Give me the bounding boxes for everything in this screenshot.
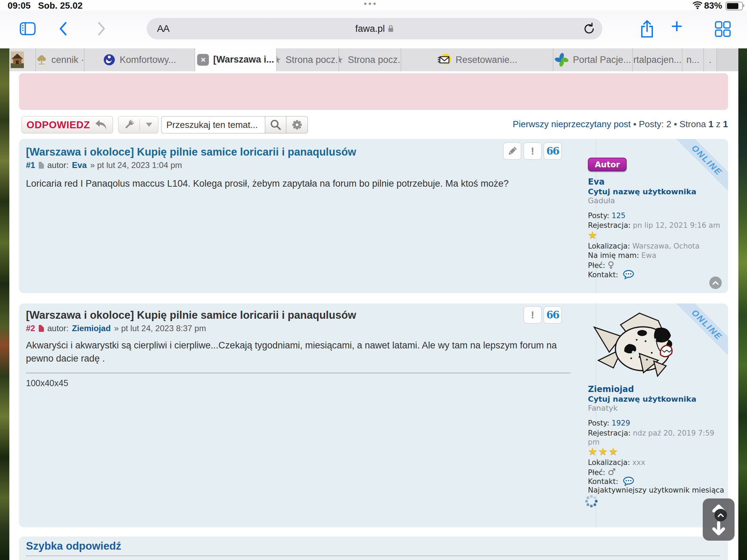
quote-post-button[interactable]: 66	[544, 306, 562, 324]
quote-post-button[interactable]: 66	[544, 142, 562, 160]
tab-komfortowy[interactable]: Komfortowy...	[84, 48, 195, 71]
edit-post-button[interactable]	[503, 142, 521, 160]
quick-reply-panel	[19, 536, 728, 560]
post-body: Akwaryści i akwarystki są cierpliwi i ci…	[26, 339, 572, 365]
first-unread-link[interactable]: Pierwszy nieprzeczytany post	[513, 119, 631, 129]
contact-row: Kontakt:	[588, 270, 727, 281]
tab-warszawa-active[interactable]: × [Warszawa i...	[195, 48, 277, 71]
rank-stars: ★★★	[588, 445, 619, 457]
posts-count-link[interactable]: 125	[612, 212, 626, 220]
topic-pagination: Pierwszy nieprzeczytany post • Posty: 2 …	[513, 119, 728, 130]
report-post-button[interactable]: !	[524, 306, 542, 324]
report-icon: !	[531, 309, 534, 321]
tab-rtalpacjen[interactable]: rtalpacjen...	[633, 48, 682, 71]
komfortowy-logo-icon	[103, 54, 116, 66]
author-badge: Autor	[588, 158, 627, 171]
chevron-down-icon[interactable]	[140, 123, 158, 127]
post-meta: #2 autor: Ziemiojad » pt lut 24, 2023 8:…	[26, 324, 206, 333]
post-date: » pt lut 24, 2023 1:04 pm	[90, 160, 182, 170]
post-title[interactable]: [Warszawa i okoloce] Kupię pilnie samice…	[26, 309, 356, 321]
post-title-link[interactable]: [Warszawa i okoloce] Kupię pilnie samice…	[26, 146, 356, 158]
post-body: Loricaria red I Panaqolus maccus L104. K…	[26, 177, 572, 190]
share-icon[interactable]	[639, 19, 655, 40]
chevron-up-icon	[718, 513, 724, 517]
post-meta: #1 autor: Eva » pt lut 24, 2023 1:04 pm	[26, 160, 182, 170]
award-row: Najaktywniejszy użytkownik miesiąca	[588, 486, 727, 494]
search-button[interactable]	[265, 116, 286, 133]
registered-row: Rejestracja: pn lip 12, 2021 9:16 am	[588, 221, 727, 230]
author-link[interactable]: Eva	[72, 160, 87, 170]
scroll-widget[interactable]	[703, 498, 735, 541]
tab-resetowanie[interactable]: Resetowanie...	[401, 48, 553, 71]
tab-strona-2[interactable]: ★ Strona pocz...	[339, 48, 401, 71]
wallpaper-right	[738, 48, 747, 560]
location-row: Lokalizacja: Warszawa, Ochota	[588, 242, 727, 250]
post-number[interactable]: #1	[26, 160, 35, 170]
status-bar: 09:05 Sob. 25.02 ••• 83%	[0, 0, 747, 10]
search-input[interactable]	[161, 116, 265, 133]
tab-sliver[interactable]: .	[704, 48, 717, 71]
quote-icon: 66	[546, 309, 559, 321]
lock-icon	[388, 25, 394, 33]
user-rank: Fanatyk	[588, 404, 618, 412]
battery-icon	[726, 2, 743, 10]
advanced-search-button[interactable]	[286, 116, 308, 133]
cabin-favicon-icon	[11, 52, 24, 68]
contact-pm-icon[interactable]	[622, 270, 635, 281]
reply-button[interactable]: ODPOWIEDZ	[21, 116, 113, 133]
close-icon[interactable]: ×	[197, 54, 209, 66]
quote-username-link[interactable]: Cytuj nazwę użytkownika	[588, 187, 697, 196]
report-icon: !	[531, 145, 534, 157]
gear-icon	[291, 119, 303, 130]
new-tab-icon[interactable]: +	[671, 16, 683, 36]
posts-count-link[interactable]: 1929	[612, 419, 630, 427]
award-spinner-icon	[591, 501, 593, 503]
fish-avatar-image	[588, 308, 681, 380]
reload-icon[interactable]	[583, 22, 596, 37]
sidebar-icon[interactable]	[19, 21, 36, 37]
report-post-button[interactable]: !	[524, 142, 542, 160]
back-button-icon[interactable]	[59, 22, 67, 37]
browser-toolbar: AA fawa.pl +	[0, 10, 747, 48]
wallpaper-left	[0, 48, 9, 560]
tab-cennik[interactable]: cennik ·	[36, 48, 84, 71]
profile-username-link[interactable]: Eva	[588, 177, 605, 187]
male-symbol: ♂	[608, 467, 616, 477]
quick-reply-title: Szybka odpowiedź	[26, 540, 121, 552]
quote-username-link[interactable]: Cytuj nazwę użytkownika	[588, 395, 697, 403]
status-date: Sob. 25.02	[38, 0, 83, 11]
profile-username-link[interactable]: Ziemiojad	[588, 384, 634, 394]
tab-strona-1[interactable]: ★ Strona pocz...	[277, 48, 339, 71]
registered-row: Rejestracja: ndz paź 20, 2019 7:59 pm	[588, 429, 727, 447]
clock: 09:05	[8, 0, 31, 11]
gender-row: Płeć: ♂	[588, 467, 727, 477]
multitasking-dots-icon[interactable]: •••	[364, 0, 378, 9]
page-top-button[interactable]	[714, 509, 727, 521]
address-bar[interactable]: AA fawa.pl	[147, 18, 602, 39]
search-icon	[270, 119, 282, 131]
text-size-button[interactable]: AA	[157, 23, 169, 34]
tree-favicon-icon	[36, 54, 47, 66]
wifi-icon	[692, 1, 703, 11]
posts-count-row: Posty: 1929	[588, 419, 727, 427]
tab-portal-pacjenta[interactable]: Portal Pacje...	[553, 48, 633, 71]
topic-tools-button[interactable]	[118, 116, 158, 133]
screen: 09:05 Sob. 25.02 ••• 83%	[0, 0, 747, 560]
post-number[interactable]: #2	[26, 324, 35, 333]
battery-percent: 83%	[704, 0, 722, 11]
post-page-icon	[39, 325, 44, 332]
reply-arrow-icon	[94, 119, 108, 131]
user-rank: Gaduła	[588, 196, 615, 205]
forward-button-icon[interactable]	[98, 22, 106, 37]
post-date: » pt lut 24, 2023 8:37 pm	[114, 324, 206, 333]
tab-overview-icon[interactable]	[714, 21, 731, 39]
post-page-icon	[39, 162, 44, 169]
author-link[interactable]: Ziemiojad	[72, 324, 111, 333]
quote-icon: 66	[546, 145, 559, 157]
realname-row: Na imię mam: Ewa	[588, 251, 727, 260]
gender-row: Płeć: ♀	[588, 260, 727, 270]
tab-n[interactable]: n...	[682, 48, 704, 71]
signature-text: 100x40x45	[26, 378, 68, 388]
scroll-down-icon[interactable]	[708, 521, 729, 536]
avatar[interactable]	[588, 308, 681, 382]
